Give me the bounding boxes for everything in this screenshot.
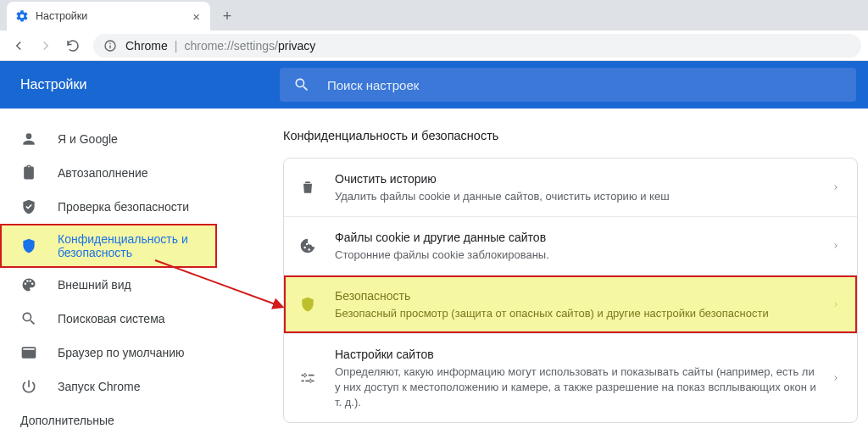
row-site-settings[interactable]: Настройки сайтов Определяют, какую инфор… [284,333,857,422]
row-title: Очистить историю [335,170,821,187]
settings-sidebar: Я и Google Автозаполнение Проверка безоп… [0,108,217,434]
search-field[interactable] [280,68,856,102]
search-icon [293,76,310,93]
row-title: Настройки сайтов [335,346,821,363]
sidebar-item-label: Я и Google [58,132,118,146]
svg-rect-2 [109,45,110,48]
svg-point-1 [109,42,111,44]
sidebar-more[interactable]: Дополнительные [0,403,217,434]
omnibox-scheme: chrome:// [184,39,233,53]
sidebar-item-default-browser[interactable]: Браузер по умолчанию [0,336,217,370]
person-icon [20,131,37,147]
browser-toolbar: Chrome | chrome:// settings/ privacy [0,31,868,61]
row-title: Файлы cookie и другие данные сайтов [335,229,821,246]
row-subtitle: Определяют, какую информацию могут испол… [335,364,821,410]
sidebar-item-label: Поисковая система [58,312,165,326]
chevron-right-icon [832,297,840,312]
search-icon [20,310,37,327]
page-title: Настройки [0,77,280,92]
sidebar-item-label: Конфиденциальность и безопасность [58,232,217,259]
close-icon[interactable]: × [191,9,202,24]
new-tab-button[interactable]: + [215,4,239,28]
shield-icon [20,237,37,254]
row-subtitle: Безопасный просмотр (защита от опасных с… [335,306,821,321]
power-icon [20,378,37,395]
chevron-right-icon [832,180,840,195]
sliders-icon [299,370,316,387]
settings-appbar: Настройки [0,61,868,108]
sidebar-more-label: Дополнительные [20,414,114,427]
search-input[interactable] [326,77,843,93]
sidebar-item-appearance[interactable]: Внешний вид [0,268,217,302]
clipboard-icon [20,164,37,181]
sidebar-item-privacy-security[interactable]: Конфиденциальность и безопасность [0,224,217,268]
sidebar-item-label: Браузер по умолчанию [58,346,185,359]
chevron-right-icon [832,238,840,253]
gear-icon [15,9,29,23]
sidebar-item-you-and-google[interactable]: Я и Google [0,122,217,156]
tab-title: Настройки [36,10,191,22]
row-cookies[interactable]: Файлы cookie и другие данные сайтов Стор… [284,216,857,275]
browser-icon [20,344,37,361]
settings-main: Конфиденциальность и безопасность Очисти… [217,108,868,434]
sidebar-item-on-startup[interactable]: Запуск Chrome [0,370,217,403]
sidebar-item-label: Автозаполнение [58,166,148,180]
trash-icon [299,179,316,196]
section-title: Конфиденциальность и безопасность [283,129,858,142]
row-subtitle: Сторонние файлы cookie заблокированы. [335,248,821,263]
cookie-icon [299,237,316,254]
sidebar-item-label: Внешний вид [58,278,131,292]
sidebar-item-safety-check[interactable]: Проверка безопасности [0,190,217,224]
browser-tab[interactable]: Настройки × [7,2,210,31]
forward-button[interactable] [34,34,58,58]
row-title: Безопасность [335,287,821,304]
sidebar-item-autofill[interactable]: Автозаполнение [0,156,217,190]
site-info-icon[interactable] [103,39,117,53]
omnibox-path-prefix: settings/ [234,39,278,53]
shield-icon [299,296,316,313]
row-security[interactable]: Безопасность Безопасный просмотр (защита… [284,275,857,333]
privacy-card: Очистить историю Удалить файлы cookie и … [283,158,858,423]
reload-button[interactable] [61,34,85,58]
row-clear-browsing-data[interactable]: Очистить историю Удалить файлы cookie и … [284,159,857,216]
row-subtitle: Удалить файлы cookie и данные сайтов, оч… [335,189,821,204]
omnibox-label: Chrome [125,39,168,53]
address-bar[interactable]: Chrome | chrome:// settings/ privacy [93,34,861,58]
browser-tab-strip: Настройки × + [0,0,868,31]
sidebar-item-search-engine[interactable]: Поисковая система [0,302,217,336]
chevron-right-icon [832,370,840,386]
sidebar-item-label: Запуск Chrome [58,380,140,393]
omnibox-path: privacy [278,39,315,53]
shield-check-icon [20,198,37,215]
sidebar-item-label: Проверка безопасности [58,200,189,214]
palette-icon [20,276,37,293]
back-button[interactable] [7,34,31,58]
